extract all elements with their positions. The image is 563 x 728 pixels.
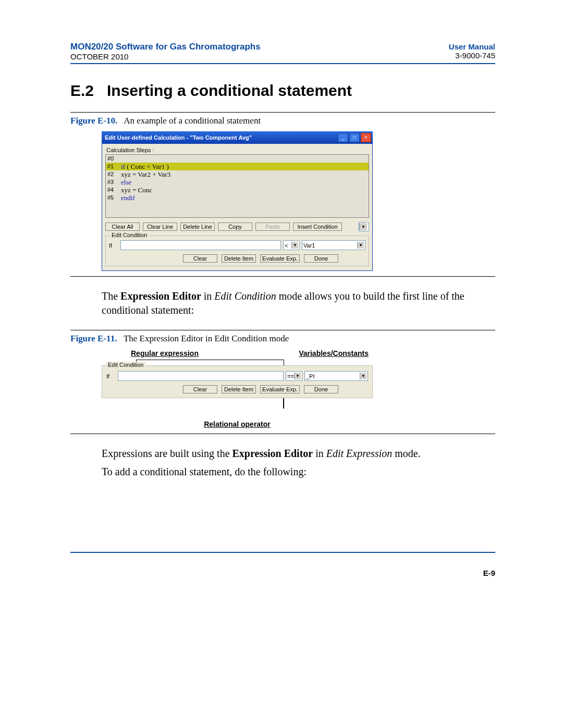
header-date: OCTOBER 2010 bbox=[70, 52, 261, 61]
header-rule bbox=[70, 63, 495, 64]
insert-condition-button[interactable]: Insert Condition bbox=[293, 223, 342, 231]
steps-list[interactable]: #0 #1if ( Conc < Var1 ) #2 xyz = Var2 + … bbox=[105, 154, 369, 218]
header-manual: User Manual bbox=[449, 42, 495, 51]
titlebar: Edit User-defined Calculation - "Two Com… bbox=[102, 131, 373, 144]
clear-all-button[interactable]: Clear All bbox=[105, 223, 140, 231]
delete-line-button[interactable]: Delete Line bbox=[180, 223, 215, 231]
if-label: If bbox=[109, 242, 118, 249]
annotation-relop: Relational operator bbox=[102, 420, 373, 428]
variable-dropdown[interactable]: _PI▼ bbox=[304, 371, 368, 381]
edit-condition-panel: Edit Condition If ==▼ _PI▼ Clear Delete … bbox=[102, 365, 373, 398]
section-title: Inserting a conditional statement bbox=[107, 82, 352, 99]
step-row[interactable]: #3else bbox=[106, 178, 369, 186]
if-label: If bbox=[106, 373, 116, 379]
figure-label: Figure E-11. bbox=[70, 334, 117, 343]
chevron-down-icon: ▼ bbox=[360, 373, 366, 379]
group-label: Edit Condition bbox=[110, 232, 149, 238]
footer-rule bbox=[70, 552, 495, 553]
delete-item-button[interactable]: Delete Item bbox=[222, 254, 256, 263]
done-button[interactable]: Done bbox=[304, 254, 338, 263]
chevron-down-icon: ▼ bbox=[357, 242, 364, 249]
evaluate-button[interactable]: Evaluate Exp. bbox=[260, 254, 300, 263]
figure-rule bbox=[70, 434, 495, 434]
section-heading: E.2Inserting a conditional statement bbox=[70, 82, 495, 100]
figure-caption: Figure E-11. The Expression Editor in Ed… bbox=[70, 334, 495, 344]
expression-input[interactable] bbox=[118, 371, 284, 381]
section-number: E.2 bbox=[70, 82, 107, 100]
annotation-row: Regular expression Variables/Constants bbox=[102, 349, 373, 357]
steps-label: Calculation Steps : bbox=[106, 147, 369, 153]
step-row bbox=[106, 202, 369, 209]
figure-rule bbox=[70, 330, 495, 330]
connector-line bbox=[283, 398, 284, 409]
annotation-vars: Variables/Constants bbox=[299, 349, 369, 357]
step-row[interactable]: #0 bbox=[106, 155, 369, 163]
body-paragraph: To add a conditional statement, do the f… bbox=[102, 465, 495, 479]
paste-button[interactable]: Paste bbox=[255, 223, 290, 231]
delete-item-button[interactable]: Delete Item bbox=[222, 385, 256, 393]
variable-dropdown[interactable]: Var1▼ bbox=[302, 240, 365, 250]
clear-button[interactable]: Clear bbox=[183, 385, 217, 393]
body-paragraph: Expressions are built using the Expressi… bbox=[102, 447, 495, 461]
insert-dropdown[interactable]: ▼ bbox=[359, 222, 369, 231]
minimize-icon[interactable]: _ bbox=[338, 133, 348, 142]
close-icon[interactable]: × bbox=[361, 133, 371, 142]
clear-button[interactable]: Clear bbox=[183, 254, 217, 263]
chevron-down-icon: ▼ bbox=[291, 242, 298, 249]
figure-caption-text: An example of a conditional statement bbox=[124, 116, 261, 126]
maximize-icon[interactable]: □ bbox=[349, 133, 360, 142]
chevron-down-icon: ▼ bbox=[294, 373, 301, 379]
edit-condition-group: Edit Condition If <▼ Var1▼ Clear Delete … bbox=[105, 236, 369, 266]
operator-dropdown[interactable]: ==▼ bbox=[286, 371, 302, 381]
evaluate-button[interactable]: Evaluate Exp. bbox=[260, 385, 300, 393]
copy-button[interactable]: Copy bbox=[218, 223, 252, 231]
group-label: Edit Condition bbox=[106, 362, 145, 368]
page-header: MON20/20 Software for Gas Chromatographs… bbox=[70, 42, 495, 61]
figure-rule bbox=[70, 276, 495, 277]
window-title: Edit User-defined Calculation - "Two Com… bbox=[105, 134, 337, 141]
header-product: MON20/20 Software for Gas Chromatographs bbox=[70, 42, 261, 52]
header-docnum: 3-9000-745 bbox=[449, 51, 495, 60]
step-row-selected[interactable]: #1if ( Conc < Var1 ) bbox=[106, 163, 369, 170]
connector-line bbox=[136, 360, 284, 365]
figure-rule bbox=[70, 112, 495, 113]
step-row[interactable]: #2 xyz = Var2 + Var3 bbox=[106, 170, 369, 178]
annotation-regex: Regular expression bbox=[131, 349, 199, 357]
figure-label: Figure E-10. bbox=[70, 116, 117, 126]
screenshot-dialog: Edit User-defined Calculation - "Two Com… bbox=[102, 131, 373, 271]
step-row bbox=[106, 209, 369, 217]
step-row[interactable]: #4 xyz = Conc bbox=[106, 186, 369, 194]
page-number: E-9 bbox=[70, 569, 495, 577]
expression-input[interactable] bbox=[120, 240, 281, 250]
step-row[interactable]: #5endif bbox=[106, 194, 369, 202]
done-button[interactable]: Done bbox=[304, 385, 338, 393]
body-paragraph: The Expression Editor in Edit Condition … bbox=[102, 289, 495, 317]
chevron-down-icon: ▼ bbox=[359, 223, 367, 230]
operator-dropdown[interactable]: <▼ bbox=[283, 240, 300, 250]
clear-line-button[interactable]: Clear Line bbox=[143, 223, 177, 231]
figure-caption-text: The Expression Editor in Edit Condition … bbox=[124, 334, 289, 343]
figure-caption: Figure E-10. An example of a conditional… bbox=[70, 116, 495, 126]
